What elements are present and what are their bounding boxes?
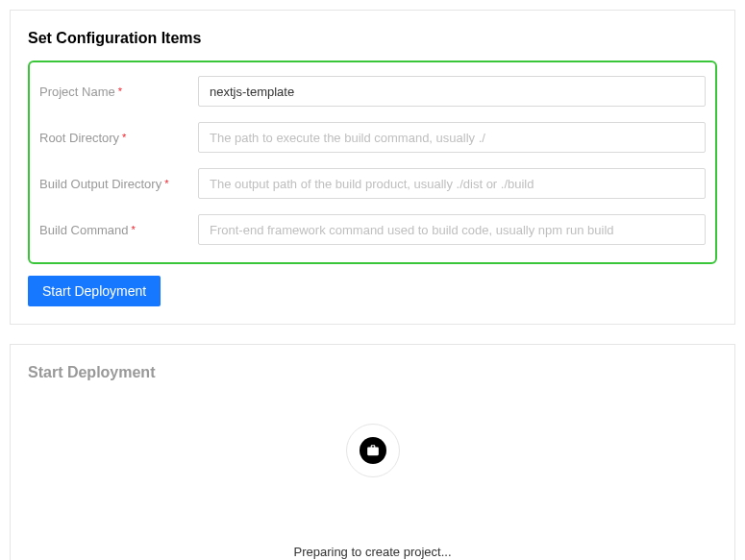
root-directory-row: Root Directory * [39, 122, 706, 153]
build-output-directory-input[interactable] [198, 168, 706, 199]
config-panel: Set Configuration Items Project Name * R… [10, 10, 735, 325]
deploy-content: Preparing to create project... [28, 395, 717, 560]
root-directory-input[interactable] [198, 122, 706, 153]
deploy-panel-title: Start Deployment [28, 364, 717, 381]
config-panel-title: Set Configuration Items [28, 30, 717, 47]
deploy-panel: Start Deployment Preparing to create pro… [10, 344, 735, 560]
briefcase-icon [360, 437, 386, 464]
build-command-input[interactable] [198, 214, 706, 245]
build-output-directory-label-text: Build Output Directory [39, 177, 161, 191]
deploy-status-icon-circle [346, 424, 400, 477]
required-mark: * [164, 178, 168, 189]
required-mark: * [132, 224, 136, 235]
build-command-label-text: Build Command [39, 223, 129, 237]
required-mark: * [118, 85, 122, 97]
deploy-status-text: Preparing to create project... [293, 545, 451, 559]
build-output-directory-row: Build Output Directory * [39, 168, 706, 199]
project-name-label: Project Name * [39, 85, 198, 99]
build-output-directory-label: Build Output Directory * [39, 177, 198, 191]
root-directory-label: Root Directory * [39, 131, 198, 145]
required-mark: * [122, 132, 126, 143]
project-name-label-text: Project Name [39, 85, 115, 99]
project-name-input[interactable] [198, 76, 706, 107]
project-name-row: Project Name * [39, 76, 706, 107]
root-directory-label-text: Root Directory [39, 131, 119, 145]
config-form-box: Project Name * Root Directory * Build Ou… [28, 61, 717, 264]
build-command-row: Build Command * [39, 214, 706, 245]
start-deployment-button[interactable]: Start Deployment [28, 276, 161, 306]
build-command-label: Build Command * [39, 223, 198, 237]
